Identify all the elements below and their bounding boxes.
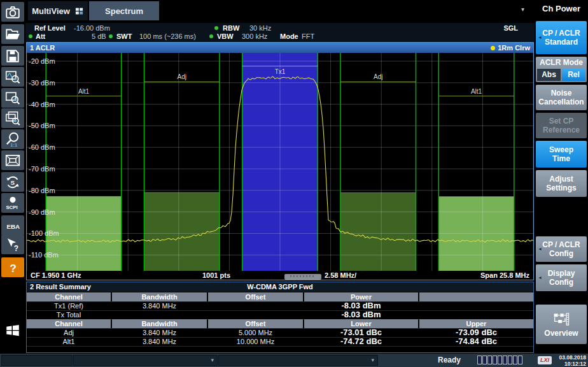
lxi-logo: LXI (538, 356, 552, 364)
result-summary-window[interactable]: 2 Result Summary W-CDMA 3GPP Fwd Channel… (26, 282, 534, 353)
settings-row-1: Ref Level -16.00 dBm RBW 30 kHz SGL (25, 24, 535, 32)
summary-header-cell: Channel (27, 292, 111, 301)
status-ready: Ready (438, 356, 461, 364)
att-label: Att (36, 32, 45, 41)
softkey-aclr-mode[interactable]: ACLR ModeAbsRel (536, 57, 587, 82)
window-drag-handle[interactable] (284, 274, 321, 280)
progress-segment (477, 356, 482, 364)
open-folder-icon[interactable] (1, 24, 24, 44)
summary-cell: -8.03 dBm (304, 310, 418, 319)
chevron-down-icon: ▾ (211, 357, 214, 363)
save-icon[interactable] (1, 46, 24, 66)
tab-multiview[interactable]: MultiView (28, 1, 88, 20)
multi-zoom-icon[interactable] (1, 108, 24, 128)
status-dropdown-1[interactable] (1, 355, 73, 366)
y-axis-label: -110 dBm (29, 251, 59, 259)
y-axis-label: -20 dBm (29, 57, 55, 65)
softkey-label: Noise Cancellation (538, 89, 584, 107)
sweep-single-icon[interactable]: S (1, 172, 24, 192)
softkey-noise-cancellation[interactable]: Noise Cancellation (536, 85, 587, 110)
summary-cell (419, 301, 533, 310)
center-frequency[interactable]: CF 1.950 1 GHz (31, 271, 81, 280)
multiview-grid-icon (74, 6, 84, 16)
summary-header-cell: Lower (304, 319, 418, 328)
summary-cell: Alt1 (27, 337, 111, 346)
result-summary-titlebar[interactable]: 2 Result Summary W-CDMA 3GPP Fwd (27, 282, 533, 292)
mode-value[interactable]: FFT (302, 32, 314, 41)
channel-settings-bar: Ref Level -16.00 dBm RBW 30 kHz SGL Att … (25, 23, 535, 42)
svg-text:?: ? (14, 243, 18, 252)
status-dropdown-2[interactable]: ▾ (73, 355, 218, 366)
softkey-cp-aclr-standard[interactable]: ◄CP / ACLR Standard (536, 21, 587, 54)
progress-segment (482, 356, 487, 364)
att-value[interactable]: 5 dB (92, 32, 106, 41)
svg-text:S: S (11, 178, 15, 185)
tab-spectrum[interactable]: Spectrum (89, 1, 159, 20)
channel-tab-bar: MultiView Spectrum ▾ (25, 0, 535, 23)
span[interactable]: Span 25.8 MHz (480, 271, 529, 280)
summary-cell: -73.01 dBc (304, 328, 418, 337)
softkey-overview[interactable]: Overview (536, 305, 587, 344)
rbw-value[interactable]: 30 kHz (249, 24, 271, 32)
softkey-open-arrow-icon: ◄ (538, 275, 542, 280)
chevron-down-icon: ▾ (371, 357, 374, 363)
vbw-value[interactable]: 300 kHz (242, 32, 267, 41)
status-dropdown-3[interactable]: ▾ (218, 355, 378, 366)
aclr-window-titlebar[interactable]: 1 ACLR 1Rm Clrw (27, 43, 533, 53)
toggle-rel[interactable]: Rel (562, 69, 585, 81)
softkey-cp-aclr-config[interactable]: ◄CP / ACLR Config (536, 236, 587, 262)
display-frame-icon[interactable] (1, 150, 24, 170)
eba-icon[interactable]: EBA (1, 215, 24, 235)
windows-start-icon[interactable] (1, 320, 24, 340)
status-bar: ▾ ▾ Ready LXI 03.08.2018 10:12:12 (0, 354, 588, 367)
swt-value[interactable]: 100 ms (~236 ms) (139, 32, 196, 41)
trace-indicator: 1Rm Clrw (491, 44, 530, 52)
softkey-adjust-settings[interactable]: Adjust Settings (536, 170, 587, 197)
summary-cell (112, 310, 207, 319)
summary-cell: 5.000 MHz (208, 328, 303, 337)
left-toolbar: 1:1SSCPIEBA?? (0, 0, 25, 367)
softkey-sweep-time[interactable]: Sweep Time (536, 141, 587, 168)
y-axis-label: -50 dBm (29, 122, 55, 129)
softkey-menu-title: Ch Power (535, 4, 588, 13)
channel-label-adj: Adj (177, 73, 186, 80)
summary-cell: 3.840 MHz (112, 301, 207, 310)
softkey-open-arrow-icon: ◄ (538, 247, 542, 252)
result-summary-table: ChannelBandwidthOffsetPowerTx1 (Ref)3.84… (27, 292, 533, 351)
analyzer-screen: 1:1SSCPIEBA?? MultiView Spectrum ▾ Ref L… (0, 0, 588, 367)
scale-per-div: 2.58 MHz/ (325, 271, 356, 280)
rbw-label: RBW (223, 24, 239, 32)
trace-mode-label: 1Rm Clrw (498, 44, 530, 52)
y-axis-label: -40 dBm (29, 101, 55, 108)
aclr-window[interactable]: 1 ACLR 1Rm Clrw Alt1AdjTx1AdjAlt1-20 dBm… (26, 42, 534, 280)
summary-header-cell: Bandwidth (112, 292, 207, 301)
tab-dropdown-caret[interactable]: ▾ (521, 6, 524, 13)
ref-level-value[interactable]: -16.00 dBm (74, 24, 110, 32)
softkey-sidebar: Ch Power ◄CP / ACLR StandardACLR ModeAbs… (535, 0, 588, 367)
summary-cell: Tx Total (27, 310, 111, 319)
summary-cell: -74.84 dBc (419, 337, 533, 346)
summary-data-row: Adj3.840 MHz5.000 MHz-73.01 dBc-73.09 dB… (27, 328, 533, 338)
summary-data-row: Alt13.840 MHz10.000 MHz-74.72 dBc-74.84 … (27, 337, 533, 347)
scpi-record-icon[interactable]: SCPI (1, 193, 24, 213)
zoom-area-icon[interactable] (1, 88, 24, 108)
summary-data-row: Tx Total-8.03 dBm (27, 310, 533, 320)
spectrum-plot: Alt1AdjTx1AdjAlt1-20 dBm-30 dBm-40 dBm-5… (27, 53, 533, 271)
help-icon[interactable]: ? (1, 257, 24, 277)
summary-cell: 3.840 MHz (112, 328, 207, 337)
zoom-1to1-icon[interactable]: 1:1 (1, 129, 24, 149)
context-help-icon[interactable]: ? (1, 234, 24, 254)
channel-label-alt1: Alt1 (78, 88, 90, 95)
summary-header-cell: Channel (27, 319, 111, 328)
toggle-abs[interactable]: Abs (537, 69, 561, 81)
zoom-trace-icon[interactable] (1, 67, 24, 87)
summary-header-cell: Bandwidth (112, 319, 207, 328)
date-time: 03.08.2018 10:12:12 (559, 355, 586, 367)
camera-icon[interactable] (1, 2, 24, 22)
summary-cell: Adj (27, 328, 111, 337)
softkey-label: Overview (544, 329, 578, 338)
softkey-display-config[interactable]: ◄Display Config (536, 264, 587, 291)
swt-label: SWT (116, 32, 132, 41)
tab-spectrum-label: Spectrum (105, 6, 143, 16)
progress-segment (498, 356, 502, 364)
